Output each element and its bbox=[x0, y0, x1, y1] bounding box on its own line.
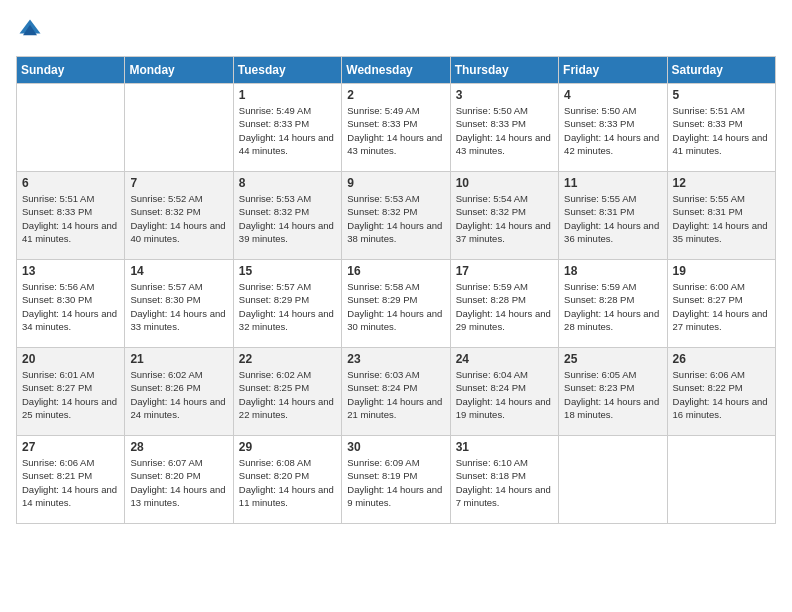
calendar-day-cell: 27Sunrise: 6:06 AMSunset: 8:21 PMDayligh… bbox=[17, 436, 125, 524]
calendar-day-cell: 6Sunrise: 5:51 AMSunset: 8:33 PMDaylight… bbox=[17, 172, 125, 260]
weekday-header: Monday bbox=[125, 57, 233, 84]
calendar-day-cell bbox=[667, 436, 775, 524]
logo bbox=[16, 16, 48, 44]
weekday-header: Wednesday bbox=[342, 57, 450, 84]
day-info: Sunrise: 5:57 AMSunset: 8:29 PMDaylight:… bbox=[239, 280, 336, 333]
day-number: 29 bbox=[239, 440, 336, 454]
calendar-day-cell: 11Sunrise: 5:55 AMSunset: 8:31 PMDayligh… bbox=[559, 172, 667, 260]
day-number: 22 bbox=[239, 352, 336, 366]
weekday-header: Friday bbox=[559, 57, 667, 84]
day-info: Sunrise: 6:04 AMSunset: 8:24 PMDaylight:… bbox=[456, 368, 553, 421]
day-number: 14 bbox=[130, 264, 227, 278]
calendar-day-cell: 18Sunrise: 5:59 AMSunset: 8:28 PMDayligh… bbox=[559, 260, 667, 348]
day-info: Sunrise: 5:50 AMSunset: 8:33 PMDaylight:… bbox=[456, 104, 553, 157]
day-number: 4 bbox=[564, 88, 661, 102]
day-number: 13 bbox=[22, 264, 119, 278]
day-info: Sunrise: 6:02 AMSunset: 8:25 PMDaylight:… bbox=[239, 368, 336, 421]
weekday-header: Saturday bbox=[667, 57, 775, 84]
calendar-day-cell: 8Sunrise: 5:53 AMSunset: 8:32 PMDaylight… bbox=[233, 172, 341, 260]
calendar-day-cell: 15Sunrise: 5:57 AMSunset: 8:29 PMDayligh… bbox=[233, 260, 341, 348]
day-info: Sunrise: 6:05 AMSunset: 8:23 PMDaylight:… bbox=[564, 368, 661, 421]
day-info: Sunrise: 5:50 AMSunset: 8:33 PMDaylight:… bbox=[564, 104, 661, 157]
calendar-week-row: 20Sunrise: 6:01 AMSunset: 8:27 PMDayligh… bbox=[17, 348, 776, 436]
day-info: Sunrise: 6:08 AMSunset: 8:20 PMDaylight:… bbox=[239, 456, 336, 509]
day-number: 6 bbox=[22, 176, 119, 190]
calendar-day-cell: 30Sunrise: 6:09 AMSunset: 8:19 PMDayligh… bbox=[342, 436, 450, 524]
calendar-day-cell bbox=[125, 84, 233, 172]
day-number: 28 bbox=[130, 440, 227, 454]
day-info: Sunrise: 5:59 AMSunset: 8:28 PMDaylight:… bbox=[456, 280, 553, 333]
day-number: 9 bbox=[347, 176, 444, 190]
calendar-day-cell: 21Sunrise: 6:02 AMSunset: 8:26 PMDayligh… bbox=[125, 348, 233, 436]
day-number: 8 bbox=[239, 176, 336, 190]
day-number: 11 bbox=[564, 176, 661, 190]
calendar-day-cell: 13Sunrise: 5:56 AMSunset: 8:30 PMDayligh… bbox=[17, 260, 125, 348]
day-number: 21 bbox=[130, 352, 227, 366]
day-info: Sunrise: 5:52 AMSunset: 8:32 PMDaylight:… bbox=[130, 192, 227, 245]
calendar-day-cell: 20Sunrise: 6:01 AMSunset: 8:27 PMDayligh… bbox=[17, 348, 125, 436]
day-info: Sunrise: 6:06 AMSunset: 8:21 PMDaylight:… bbox=[22, 456, 119, 509]
day-number: 18 bbox=[564, 264, 661, 278]
calendar-day-cell: 24Sunrise: 6:04 AMSunset: 8:24 PMDayligh… bbox=[450, 348, 558, 436]
day-info: Sunrise: 5:51 AMSunset: 8:33 PMDaylight:… bbox=[673, 104, 770, 157]
calendar-day-cell: 1Sunrise: 5:49 AMSunset: 8:33 PMDaylight… bbox=[233, 84, 341, 172]
day-number: 3 bbox=[456, 88, 553, 102]
day-info: Sunrise: 5:51 AMSunset: 8:33 PMDaylight:… bbox=[22, 192, 119, 245]
day-number: 30 bbox=[347, 440, 444, 454]
day-number: 17 bbox=[456, 264, 553, 278]
calendar-week-row: 6Sunrise: 5:51 AMSunset: 8:33 PMDaylight… bbox=[17, 172, 776, 260]
day-info: Sunrise: 6:07 AMSunset: 8:20 PMDaylight:… bbox=[130, 456, 227, 509]
calendar-week-row: 27Sunrise: 6:06 AMSunset: 8:21 PMDayligh… bbox=[17, 436, 776, 524]
day-info: Sunrise: 6:09 AMSunset: 8:19 PMDaylight:… bbox=[347, 456, 444, 509]
day-number: 7 bbox=[130, 176, 227, 190]
calendar-day-cell: 19Sunrise: 6:00 AMSunset: 8:27 PMDayligh… bbox=[667, 260, 775, 348]
day-info: Sunrise: 6:06 AMSunset: 8:22 PMDaylight:… bbox=[673, 368, 770, 421]
calendar-week-row: 13Sunrise: 5:56 AMSunset: 8:30 PMDayligh… bbox=[17, 260, 776, 348]
day-info: Sunrise: 5:58 AMSunset: 8:29 PMDaylight:… bbox=[347, 280, 444, 333]
calendar-day-cell: 7Sunrise: 5:52 AMSunset: 8:32 PMDaylight… bbox=[125, 172, 233, 260]
day-number: 25 bbox=[564, 352, 661, 366]
calendar-day-cell: 9Sunrise: 5:53 AMSunset: 8:32 PMDaylight… bbox=[342, 172, 450, 260]
calendar-day-cell: 3Sunrise: 5:50 AMSunset: 8:33 PMDaylight… bbox=[450, 84, 558, 172]
day-number: 24 bbox=[456, 352, 553, 366]
calendar-day-cell: 23Sunrise: 6:03 AMSunset: 8:24 PMDayligh… bbox=[342, 348, 450, 436]
day-info: Sunrise: 5:49 AMSunset: 8:33 PMDaylight:… bbox=[239, 104, 336, 157]
day-number: 15 bbox=[239, 264, 336, 278]
day-number: 10 bbox=[456, 176, 553, 190]
day-info: Sunrise: 6:02 AMSunset: 8:26 PMDaylight:… bbox=[130, 368, 227, 421]
calendar-table: SundayMondayTuesdayWednesdayThursdayFrid… bbox=[16, 56, 776, 524]
day-info: Sunrise: 5:49 AMSunset: 8:33 PMDaylight:… bbox=[347, 104, 444, 157]
day-info: Sunrise: 5:57 AMSunset: 8:30 PMDaylight:… bbox=[130, 280, 227, 333]
day-info: Sunrise: 5:55 AMSunset: 8:31 PMDaylight:… bbox=[673, 192, 770, 245]
calendar-day-cell: 12Sunrise: 5:55 AMSunset: 8:31 PMDayligh… bbox=[667, 172, 775, 260]
day-info: Sunrise: 5:59 AMSunset: 8:28 PMDaylight:… bbox=[564, 280, 661, 333]
day-info: Sunrise: 6:03 AMSunset: 8:24 PMDaylight:… bbox=[347, 368, 444, 421]
calendar-day-cell: 17Sunrise: 5:59 AMSunset: 8:28 PMDayligh… bbox=[450, 260, 558, 348]
calendar-day-cell: 5Sunrise: 5:51 AMSunset: 8:33 PMDaylight… bbox=[667, 84, 775, 172]
day-number: 5 bbox=[673, 88, 770, 102]
calendar-day-cell bbox=[559, 436, 667, 524]
calendar-day-cell: 14Sunrise: 5:57 AMSunset: 8:30 PMDayligh… bbox=[125, 260, 233, 348]
calendar-week-row: 1Sunrise: 5:49 AMSunset: 8:33 PMDaylight… bbox=[17, 84, 776, 172]
calendar-day-cell: 26Sunrise: 6:06 AMSunset: 8:22 PMDayligh… bbox=[667, 348, 775, 436]
calendar-day-cell: 4Sunrise: 5:50 AMSunset: 8:33 PMDaylight… bbox=[559, 84, 667, 172]
weekday-header: Tuesday bbox=[233, 57, 341, 84]
day-number: 2 bbox=[347, 88, 444, 102]
calendar-day-cell: 22Sunrise: 6:02 AMSunset: 8:25 PMDayligh… bbox=[233, 348, 341, 436]
weekday-header-row: SundayMondayTuesdayWednesdayThursdayFrid… bbox=[17, 57, 776, 84]
day-info: Sunrise: 5:55 AMSunset: 8:31 PMDaylight:… bbox=[564, 192, 661, 245]
calendar-day-cell: 16Sunrise: 5:58 AMSunset: 8:29 PMDayligh… bbox=[342, 260, 450, 348]
calendar-day-cell bbox=[17, 84, 125, 172]
day-number: 12 bbox=[673, 176, 770, 190]
day-number: 26 bbox=[673, 352, 770, 366]
day-number: 31 bbox=[456, 440, 553, 454]
day-info: Sunrise: 5:53 AMSunset: 8:32 PMDaylight:… bbox=[347, 192, 444, 245]
day-number: 20 bbox=[22, 352, 119, 366]
page-header bbox=[16, 16, 776, 44]
day-number: 19 bbox=[673, 264, 770, 278]
calendar-day-cell: 29Sunrise: 6:08 AMSunset: 8:20 PMDayligh… bbox=[233, 436, 341, 524]
calendar-day-cell: 10Sunrise: 5:54 AMSunset: 8:32 PMDayligh… bbox=[450, 172, 558, 260]
day-info: Sunrise: 6:00 AMSunset: 8:27 PMDaylight:… bbox=[673, 280, 770, 333]
day-number: 16 bbox=[347, 264, 444, 278]
day-info: Sunrise: 5:56 AMSunset: 8:30 PMDaylight:… bbox=[22, 280, 119, 333]
